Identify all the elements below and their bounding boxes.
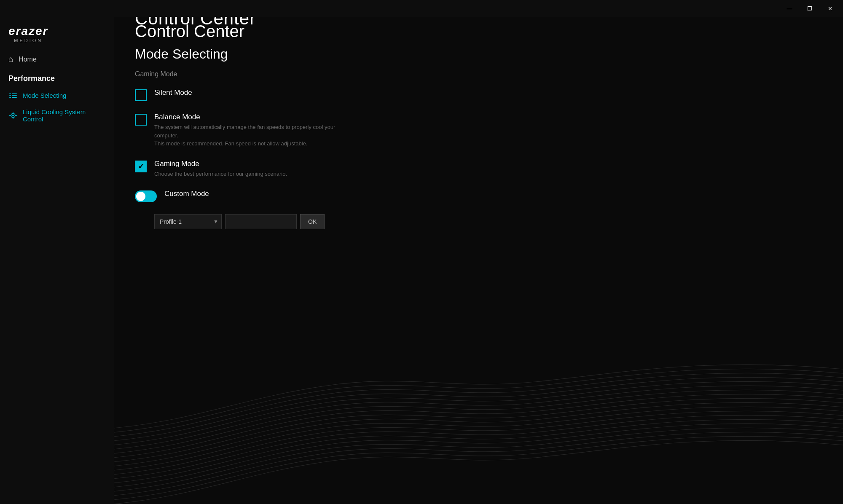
- profile-controls: Profile-1 Profile-2 Profile-3 ▼ OK: [154, 214, 822, 229]
- restore-button[interactable]: ❐: [800, 2, 819, 15]
- svg-rect-0: [9, 93, 11, 94]
- window-controls: — ❐ ✕: [780, 2, 840, 15]
- gaming-mode-desc: Choose the best performance for our gami…: [154, 170, 287, 178]
- profile-name-input[interactable]: [225, 214, 297, 229]
- sidebar-mode-selecting-label: Mode Selecting: [23, 92, 66, 99]
- svg-rect-3: [12, 95, 17, 96]
- logo-area: erazer MEDION: [0, 17, 114, 49]
- app-title: Control Center: [135, 17, 256, 29]
- ok-button[interactable]: OK: [300, 214, 325, 229]
- profile-select-wrapper: Profile-1 Profile-2 Profile-3 ▼: [154, 214, 222, 229]
- home-label: Home: [19, 56, 37, 63]
- gaming-mode-name: Gaming Mode: [154, 160, 287, 168]
- logo: erazer MEDION: [8, 25, 48, 43]
- balance-mode-checkbox[interactable]: [135, 114, 147, 126]
- svg-rect-4: [9, 97, 11, 98]
- section-subtitle: Gaming Mode: [135, 70, 822, 78]
- svg-rect-1: [12, 93, 17, 94]
- svg-point-7: [12, 115, 14, 116]
- minimize-button[interactable]: —: [780, 2, 799, 15]
- sidebar: erazer MEDION ⌂ Home Performance Mode Se…: [0, 17, 114, 504]
- custom-mode-name: Custom Mode: [164, 190, 209, 198]
- gaming-mode-item: ✓ Gaming Mode Choose the best performanc…: [135, 160, 822, 178]
- toggle-thumb: [136, 192, 145, 201]
- balance-mode-desc: The system will automatically manage the…: [154, 123, 357, 148]
- sidebar-item-liquid-cooling[interactable]: Liquid Cooling System Control: [0, 104, 114, 127]
- sidebar-item-home[interactable]: ⌂ Home: [0, 49, 114, 69]
- silent-mode-item: Silent Mode: [135, 88, 822, 101]
- home-icon: ⌂: [8, 54, 13, 64]
- sidebar-item-mode-selecting[interactable]: Mode Selecting: [0, 86, 114, 104]
- main-content: Control Center Mode Selecting Gaming Mod…: [114, 17, 843, 504]
- check-icon: ✓: [138, 163, 144, 170]
- silent-mode-name: Silent Mode: [154, 88, 192, 97]
- logo-medion: MEDION: [14, 38, 43, 43]
- svg-rect-2: [9, 95, 11, 96]
- page-title: Mode Selecting: [135, 46, 822, 62]
- profile-select[interactable]: Profile-1 Profile-2 Profile-3: [154, 214, 222, 229]
- custom-mode-info: Custom Mode: [164, 190, 209, 198]
- custom-mode-item: Custom Mode: [135, 190, 822, 202]
- mode-selecting-icon: [8, 91, 18, 100]
- custom-mode-toggle[interactable]: [135, 190, 157, 202]
- title-bar: — ❐ ✕: [0, 0, 843, 17]
- logo-erazer: erazer: [8, 25, 48, 37]
- svg-rect-5: [12, 97, 17, 98]
- balance-mode-item: Balance Mode The system will automatical…: [135, 113, 822, 148]
- gaming-mode-checkbox[interactable]: ✓: [135, 161, 147, 172]
- close-button[interactable]: ✕: [820, 2, 840, 15]
- gaming-mode-info: Gaming Mode Choose the best performance …: [154, 160, 287, 178]
- silent-mode-info: Silent Mode: [154, 88, 192, 97]
- liquid-cooling-icon: [8, 111, 18, 120]
- sidebar-liquid-cooling-label: Liquid Cooling System Control: [23, 108, 105, 123]
- nav-section-performance: Performance: [0, 69, 114, 86]
- balance-mode-info: Balance Mode The system will automatical…: [154, 113, 357, 148]
- app-container: erazer MEDION ⌂ Home Performance Mode Se…: [0, 17, 843, 504]
- silent-mode-checkbox[interactable]: [135, 89, 147, 101]
- balance-mode-name: Balance Mode: [154, 113, 357, 121]
